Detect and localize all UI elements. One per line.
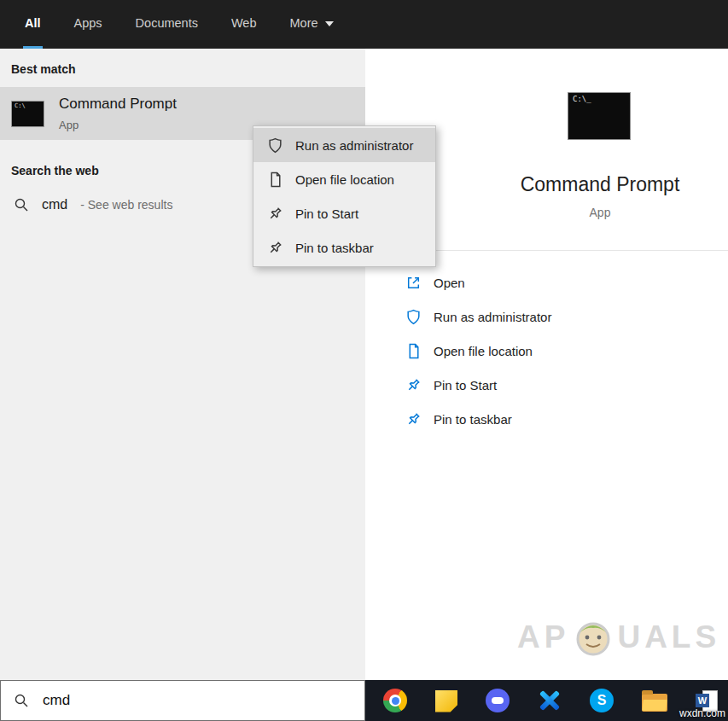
section-best-match: Best match (11, 62, 365, 76)
action-pin-to-start[interactable]: Pin to Start (365, 368, 728, 402)
chevron-down-icon (325, 21, 334, 26)
command-prompt-icon (11, 101, 44, 127)
appuals-mascot-icon (572, 616, 614, 659)
action-run-admin-label: Run as administrator (434, 310, 551, 324)
preview-subtitle: App (472, 206, 728, 219)
corner-watermark: wxdn.com (679, 707, 725, 719)
menu-run-admin-label: Run as administrator (295, 138, 413, 153)
action-run-as-administrator[interactable]: Run as administrator (365, 299, 728, 334)
tab-web-label: Web (231, 16, 257, 30)
watermark-prefix: AP (517, 619, 569, 655)
windows-search-panel: All Apps Documents Web More Best match C… (0, 0, 728, 721)
menu-pin-start-label: Pin to Start (295, 206, 358, 221)
tab-documents[interactable]: Documents (134, 0, 200, 49)
x-app-icon[interactable] (538, 689, 562, 712)
web-suffix: - See web results (80, 198, 172, 212)
action-open-file-location[interactable]: Open file location (365, 334, 728, 368)
pin-icon (267, 206, 283, 222)
chat-app-icon[interactable] (486, 689, 510, 712)
preview-title: Command Prompt (472, 173, 728, 196)
command-prompt-icon-large (568, 92, 631, 140)
search-box[interactable]: cmd (0, 680, 365, 721)
search-icon (14, 197, 29, 212)
menu-pin-to-start[interactable]: Pin to Start (253, 196, 435, 230)
pin-icon (267, 240, 283, 256)
tab-more-label: More (290, 16, 318, 30)
open-icon (405, 275, 422, 291)
tab-all[interactable]: All (23, 0, 43, 49)
skype-icon[interactable] (590, 689, 614, 712)
action-pin-taskbar-label: Pin to taskbar (434, 412, 512, 427)
action-pin-to-taskbar[interactable]: Pin to taskbar (365, 402, 728, 436)
menu-pin-taskbar-label: Pin to taskbar (295, 241, 374, 255)
sticky-notes-icon[interactable] (435, 690, 457, 712)
search-filter-bar: All Apps Documents Web More (0, 0, 728, 49)
taskbar: wxdn.com (365, 680, 728, 721)
tab-more[interactable]: More (288, 0, 335, 49)
menu-pin-to-taskbar[interactable]: Pin to taskbar (253, 230, 435, 265)
menu-file-location-label: Open file location (295, 172, 394, 187)
action-file-location-label: Open file location (434, 344, 533, 358)
tab-web[interactable]: Web (230, 0, 259, 49)
file-explorer-icon[interactable] (642, 694, 667, 712)
search-input-value: cmd (43, 692, 70, 709)
menu-run-as-administrator[interactable]: Run as administrator (253, 128, 435, 162)
file-location-icon (405, 343, 422, 359)
appuals-watermark: AP UALS (517, 616, 720, 659)
tab-documents-label: Documents (136, 16, 198, 30)
context-menu: Run as administrator Open file location … (253, 125, 436, 267)
tab-all-label: All (25, 16, 41, 30)
search-icon (14, 693, 29, 708)
tab-apps-label: Apps (74, 16, 102, 30)
file-location-icon (267, 172, 283, 188)
chrome-icon[interactable] (383, 689, 407, 712)
menu-open-file-location[interactable]: Open file location (253, 162, 435, 196)
action-pin-start-label: Pin to Start (434, 378, 497, 392)
action-open[interactable]: Open (365, 265, 728, 299)
result-meta: Command Prompt App (59, 96, 177, 131)
result-title: Command Prompt (59, 96, 177, 113)
shield-icon (267, 137, 283, 154)
pin-icon (405, 377, 422, 393)
action-open-label: Open (434, 276, 465, 290)
pin-icon (405, 411, 422, 427)
preview-actions: Open Run as administrator Open file loca… (365, 265, 728, 436)
tab-apps[interactable]: Apps (73, 0, 104, 49)
result-subtitle: App (59, 119, 177, 131)
web-query: cmd (42, 197, 67, 212)
shield-icon (405, 309, 422, 325)
watermark-suffix: UALS (617, 619, 720, 655)
